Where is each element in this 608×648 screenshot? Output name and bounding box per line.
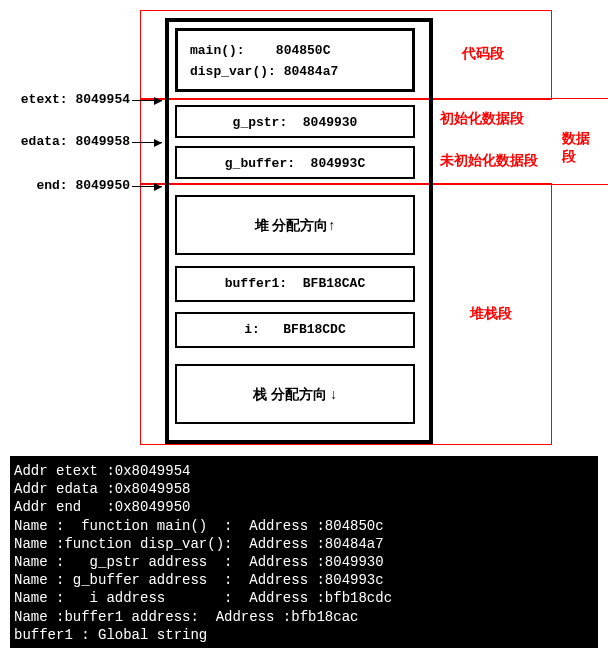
ivar-label: i: — [244, 322, 260, 337]
stack-label: 栈 分配方向 ↓ — [253, 387, 337, 402]
term-line-7: Name : g_buffer address : Address :80499… — [14, 572, 384, 588]
stack-group-label: 堆栈段 — [470, 305, 512, 323]
main-addr: 804850C — [276, 43, 331, 58]
gbuffer-section: g_buffer: 804993C — [175, 146, 415, 179]
term-line-3: Addr end :0x8049950 — [14, 499, 190, 515]
dispvar-label: disp_var(): — [190, 64, 276, 79]
gbuffer-value: 804993C — [311, 156, 366, 171]
etext-arrow-label: etext: 8049954 — [10, 92, 130, 107]
init-seg-label: 初始化数据段 — [440, 110, 524, 128]
term-line-8: Name : i address : Address :bfb18cdc — [14, 590, 392, 606]
term-line-4: Name : function main() : Address :804850… — [14, 518, 384, 534]
term-line-9: Name :buffer1 address: Address :bfb18cac — [14, 609, 358, 625]
gpstr-section: g_pstr: 8049930 — [175, 105, 415, 138]
terminal-output: Addr etext :0x8049954 Addr edata :0x8049… — [10, 456, 598, 648]
term-line-6: Name : g_pstr address : Address :8049930 — [14, 554, 384, 570]
term-line-1: Addr etext :0x8049954 — [14, 463, 190, 479]
ivar-section: i: BFB18CDC — [175, 312, 415, 348]
heap-label: 堆 分配方向↑ — [255, 218, 336, 233]
term-line-2: Addr edata :0x8049958 — [14, 481, 190, 497]
dispvar-addr: 80484a7 — [284, 64, 339, 79]
ivar-value: BFB18CDC — [283, 322, 345, 337]
term-line-5: Name :function disp_var(): Address :8048… — [14, 536, 384, 552]
memory-layout-diagram: main(): 804850C disp_var(): 80484a7 g_ps… — [10, 10, 598, 450]
main-label: main(): — [190, 43, 245, 58]
heap-section: 堆 分配方向↑ — [175, 195, 415, 255]
buffer1-section: buffer1: BFB18CAC — [175, 266, 415, 302]
code-section: main(): 804850C disp_var(): 80484a7 — [175, 28, 415, 92]
end-arrow-label: end: 8049950 — [10, 178, 130, 193]
code-seg-label: 代码段 — [462, 45, 504, 63]
buffer1-label: buffer1: — [225, 276, 287, 291]
stack-section: 栈 分配方向 ↓ — [175, 364, 415, 424]
gpstr-value: 8049930 — [303, 115, 358, 130]
uninit-seg-label: 未初始化数据段 — [440, 152, 538, 170]
buffer1-value: BFB18CAC — [303, 276, 365, 291]
edata-arrow-label: edata: 8049958 — [10, 134, 130, 149]
gpstr-label: g_pstr: — [233, 115, 288, 130]
gbuffer-label: g_buffer: — [225, 156, 295, 171]
data-group-label: 数据段 — [562, 130, 598, 166]
term-line-10: buffer1 : Global string — [14, 627, 207, 643]
